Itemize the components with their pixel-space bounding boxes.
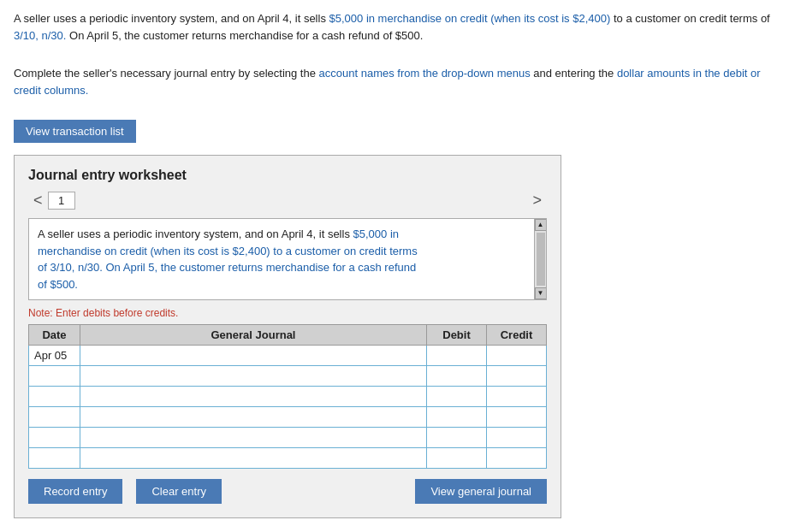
worksheet-title: Journal entry worksheet: [28, 168, 547, 183]
description-text: A seller uses a periodic inventory syste…: [38, 226, 537, 293]
journal-cell-5[interactable]: [80, 428, 427, 448]
journal-cell-2[interactable]: [80, 366, 427, 387]
page-number: 1: [48, 192, 75, 210]
view-transaction-button[interactable]: View transaction list: [14, 120, 136, 143]
credit-cell-1[interactable]: [487, 346, 547, 366]
note-text: Note: Enter debits before credits.: [28, 307, 547, 319]
credit-input-1[interactable]: [492, 349, 541, 362]
record-entry-button[interactable]: Record entry: [28, 479, 122, 504]
scroll-down-arrow[interactable]: ▼: [535, 287, 547, 299]
date-cell-3: [29, 387, 80, 407]
col-header-journal: General Journal: [80, 325, 427, 346]
table-row: [29, 407, 547, 428]
journal-input-4[interactable]: [86, 411, 421, 423]
credit-input-5[interactable]: [492, 431, 541, 444]
description-box: A seller uses a periodic inventory syste…: [28, 218, 547, 300]
debit-input-3[interactable]: [432, 390, 481, 403]
col-header-debit: Debit: [427, 325, 487, 346]
debit-cell-3[interactable]: [427, 387, 487, 407]
debit-input-5[interactable]: [432, 431, 481, 444]
scroll-up-arrow[interactable]: ▲: [535, 219, 547, 231]
credit-cell-4[interactable]: [487, 407, 547, 428]
journal-entry-worksheet: Journal entry worksheet < 1 > A seller u…: [14, 155, 561, 518]
scrollbar[interactable]: ▲ ▼: [534, 219, 546, 299]
debit-cell-4[interactable]: [427, 407, 487, 428]
credit-input-6[interactable]: [492, 452, 541, 464]
debit-input-1[interactable]: [432, 349, 481, 362]
journal-cell-4[interactable]: [80, 407, 427, 428]
credit-input-3[interactable]: [492, 390, 541, 403]
action-buttons-row: Record entry Clear entry View general jo…: [28, 479, 547, 504]
credit-input-2[interactable]: [492, 369, 541, 382]
journal-input-1[interactable]: [86, 349, 421, 362]
debit-input-2[interactable]: [432, 369, 481, 382]
debit-input-6[interactable]: [432, 452, 481, 464]
date-cell-6: [29, 448, 80, 469]
nav-row: < 1 >: [28, 192, 547, 210]
debit-cell-6[interactable]: [427, 448, 487, 469]
clear-entry-button[interactable]: Clear entry: [136, 479, 222, 504]
credit-cell-6[interactable]: [487, 448, 547, 469]
date-cell-1: Apr 05: [29, 346, 80, 366]
nav-prev-button[interactable]: <: [28, 192, 48, 210]
date-cell-2: [29, 366, 80, 387]
debit-cell-1[interactable]: [427, 346, 487, 366]
journal-input-6[interactable]: [86, 452, 421, 464]
intro-paragraph2: Complete the seller's necessary journal …: [14, 65, 775, 98]
table-row: [29, 428, 547, 448]
table-row: [29, 448, 547, 469]
intro-paragraph1: A seller uses a periodic inventory syste…: [14, 10, 775, 44]
debit-input-4[interactable]: [432, 411, 481, 423]
col-header-credit: Credit: [487, 325, 547, 346]
credit-cell-2[interactable]: [487, 366, 547, 387]
nav-next-button[interactable]: >: [527, 192, 547, 210]
journal-input-2[interactable]: [86, 369, 421, 382]
table-header-row: Date General Journal Debit Credit: [29, 325, 547, 346]
journal-input-5[interactable]: [86, 431, 421, 444]
journal-table: Date General Journal Debit Credit Apr 05: [28, 324, 547, 469]
table-row: Apr 05: [29, 346, 547, 366]
credit-cell-5[interactable]: [487, 428, 547, 448]
debit-cell-2[interactable]: [427, 366, 487, 387]
date-cell-4: [29, 407, 80, 428]
date-cell-5: [29, 428, 80, 448]
col-header-date: Date: [29, 325, 80, 346]
credit-cell-3[interactable]: [487, 387, 547, 407]
journal-cell-6[interactable]: [80, 448, 427, 469]
credit-input-4[interactable]: [492, 411, 541, 423]
journal-input-3[interactable]: [86, 390, 421, 403]
scroll-thumb[interactable]: [537, 233, 545, 286]
view-general-journal-button[interactable]: View general journal: [415, 479, 547, 504]
table-row: [29, 387, 547, 407]
debit-cell-5[interactable]: [427, 428, 487, 448]
journal-cell-1[interactable]: [80, 346, 427, 366]
table-row: [29, 366, 547, 387]
journal-cell-3[interactable]: [80, 387, 427, 407]
